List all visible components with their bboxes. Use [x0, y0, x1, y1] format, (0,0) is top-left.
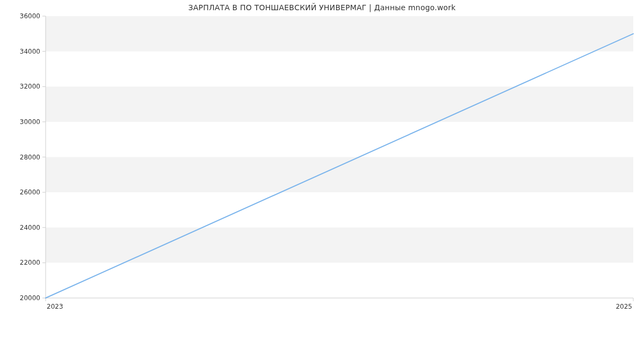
- svg-text:24000: 24000: [20, 224, 40, 231]
- svg-text:32000: 32000: [20, 83, 40, 90]
- svg-rect-3: [46, 16, 633, 52]
- y-tick: 28000: [20, 154, 46, 161]
- y-tick: 30000: [20, 118, 46, 126]
- svg-text:28000: 28000: [20, 154, 40, 161]
- salary-chart: ЗАРПЛАТА В ПО ТОНШАЕВСКИЙ УНИВЕРМАГ | Да…: [0, 0, 644, 349]
- svg-text:26000: 26000: [20, 188, 40, 196]
- svg-text:22000: 22000: [20, 259, 40, 266]
- chart-title: ЗАРПЛАТА В ПО ТОНШАЕВСКИЙ УНИВЕРМАГ | Да…: [0, 3, 644, 12]
- chart-canvas: 2000022000240002600028000300003200034000…: [0, 0, 644, 349]
- y-tick: 22000: [20, 259, 46, 266]
- svg-text:2025: 2025: [616, 303, 632, 310]
- svg-text:34000: 34000: [20, 48, 40, 55]
- svg-rect-1: [46, 157, 633, 193]
- y-tick: 36000: [20, 12, 46, 20]
- y-tick: 26000: [20, 188, 46, 196]
- svg-text:20000: 20000: [20, 294, 40, 302]
- y-tick: 34000: [20, 48, 46, 55]
- svg-rect-2: [46, 86, 633, 122]
- svg-text:36000: 36000: [20, 12, 40, 20]
- x-tick: 2023: [46, 298, 63, 310]
- y-tick: 20000: [20, 294, 46, 302]
- x-tick: 2025: [616, 298, 633, 310]
- svg-text:2023: 2023: [47, 303, 63, 310]
- y-tick: 24000: [20, 224, 46, 231]
- y-tick: 32000: [20, 83, 46, 90]
- svg-rect-0: [46, 228, 633, 263]
- svg-text:30000: 30000: [20, 118, 40, 126]
